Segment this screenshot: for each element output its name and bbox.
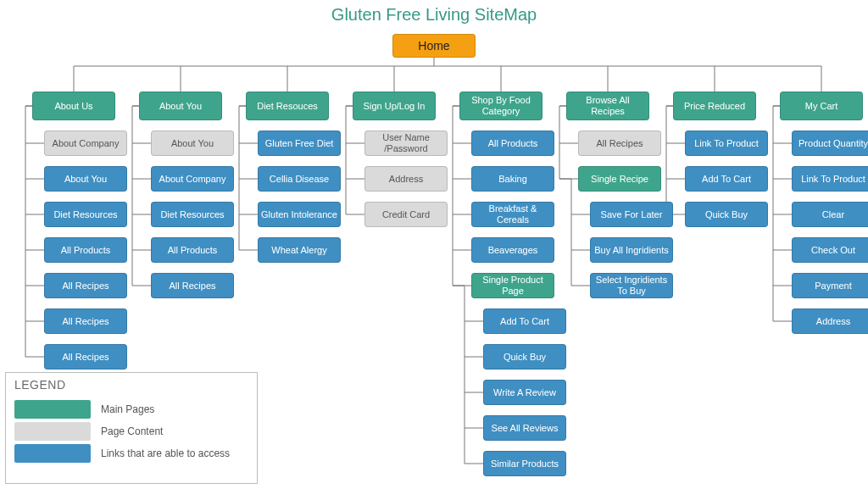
node-item: All Products — [44, 237, 127, 263]
node-item: All Recipes — [578, 131, 661, 156]
legend-swatch-green — [14, 400, 91, 419]
node-item: Payment — [792, 273, 868, 298]
column-header: My Cart — [780, 92, 863, 120]
node-item: About You — [151, 131, 234, 156]
node-item: Add To Cart — [685, 166, 768, 192]
node-item: All Recipes — [151, 273, 234, 298]
node-item: Add To Cart — [483, 308, 566, 334]
node-item: Credit Card — [364, 202, 448, 227]
legend-label: Page Content — [101, 425, 163, 437]
node-item: All Recipes — [44, 273, 127, 298]
node-item: Link To Product — [792, 166, 868, 192]
node-item: Breakfast & Cereals — [471, 202, 554, 227]
node-item: Single Recipe — [578, 166, 661, 192]
node-item: Quick Buy — [483, 344, 566, 370]
column-header: Price Reduced — [673, 92, 756, 120]
column-header: Shop By Food Category — [459, 92, 542, 120]
legend-title: LEGEND — [6, 373, 257, 397]
node-item: Write A Review — [483, 380, 566, 405]
column-header: About You — [139, 92, 222, 120]
column-header: Diet Resouces — [246, 92, 329, 120]
node-item: Clear — [792, 202, 868, 227]
node-item: All Recipes — [44, 344, 127, 370]
node-item: Diet Resources — [44, 202, 127, 227]
column-header: Browse All Recipes — [566, 92, 649, 120]
node-item: Wheat Alergy — [258, 237, 341, 263]
page-title: Gluten Free Living SiteMap — [0, 0, 868, 25]
node-item: Gluten Free Diet — [258, 131, 341, 156]
node-item: User Name /Password — [364, 131, 448, 156]
node-item: All Products — [471, 131, 554, 156]
node-item: About Company — [44, 131, 127, 156]
node-item: All Products — [151, 237, 234, 263]
node-item: Beaverages — [471, 237, 554, 263]
node-item: Single Product Page — [471, 273, 554, 298]
column-header: About Us — [32, 92, 115, 120]
node-item: Diet Resources — [151, 202, 234, 227]
node-item: Baking — [471, 166, 554, 192]
legend-swatch-grey — [14, 422, 91, 441]
column-header: Sign Up/Log In — [353, 92, 436, 120]
node-item: Similar Products — [483, 451, 566, 476]
node-item: Quick Buy — [685, 202, 768, 227]
node-item: Address — [792, 308, 868, 334]
legend-swatch-blue — [14, 444, 91, 463]
node-item: Buy All Ingridients — [590, 237, 673, 263]
node-item: Address — [364, 166, 448, 192]
node-item: Cellia Disease — [258, 166, 341, 192]
node-item: Check Out — [792, 237, 868, 263]
root-node: Home — [392, 34, 476, 58]
node-item: Product Quantity — [792, 131, 868, 156]
node-item: See All Reviews — [483, 415, 566, 441]
node-item: Select Ingridients To Buy — [590, 273, 673, 298]
node-item: Gluten Intolerance — [258, 202, 341, 227]
node-item: About You — [44, 166, 127, 192]
node-item: Save For Later — [590, 202, 673, 227]
legend-box: LEGEND Main Pages Page Content Links tha… — [5, 372, 258, 484]
node-item: Link To Product — [685, 131, 768, 156]
legend-label: Links that are able to access — [101, 447, 230, 459]
legend-label: Main Pages — [101, 403, 154, 415]
node-item: About Company — [151, 166, 234, 192]
node-item: All Recipes — [44, 308, 127, 334]
